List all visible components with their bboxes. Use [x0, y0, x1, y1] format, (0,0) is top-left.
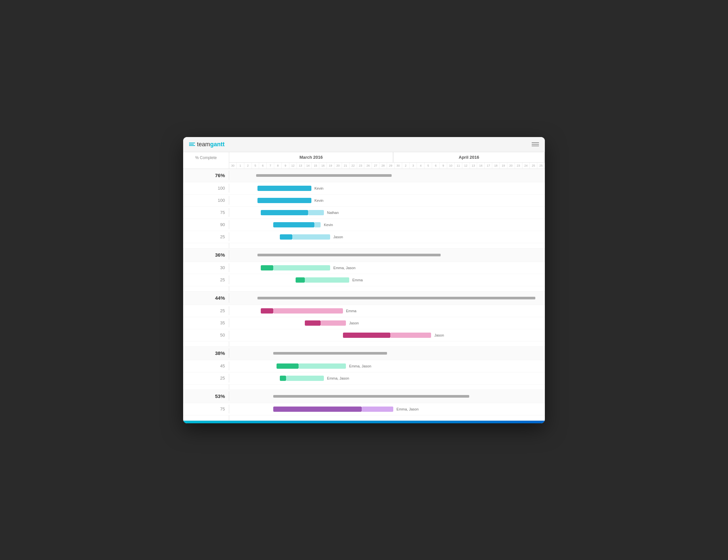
- task-pct: 25: [183, 374, 229, 382]
- month-row: March 2016 April 2016: [229, 152, 545, 163]
- day-cell: 13: [470, 163, 477, 169]
- summary-bar: [273, 352, 387, 354]
- menu-button[interactable]: [532, 142, 539, 146]
- task-row: 25Emma: [183, 274, 545, 286]
- spacer-row: [183, 243, 545, 249]
- bar-area: [229, 249, 545, 262]
- task-row: 100Kevin: [183, 183, 545, 195]
- bar-area: [229, 291, 545, 304]
- task-row: 75Emma, Jason: [183, 403, 545, 415]
- day-cell: 3: [410, 163, 417, 169]
- group-pct: 53%: [183, 391, 229, 401]
- day-cell: 8: [274, 163, 282, 169]
- summary-bar: [273, 395, 469, 398]
- bar-filled[interactable]: [273, 406, 362, 412]
- bar-area: Kevin: [229, 219, 545, 231]
- bar-filled[interactable]: [273, 222, 314, 228]
- day-cell: 25: [537, 163, 545, 169]
- day-cell: 13: [297, 163, 304, 169]
- bar-remaining: [273, 308, 343, 313]
- task-pct: 45: [183, 361, 229, 370]
- day-cell: 9: [440, 163, 447, 169]
- timeline-header: March 2016 April 2016 301256789121314151…: [229, 152, 545, 169]
- day-cell: 12: [462, 163, 470, 169]
- bar-filled[interactable]: [257, 198, 311, 203]
- day-cell: 18: [492, 163, 500, 169]
- task-pct: 90: [183, 220, 229, 229]
- day-cell: 1: [237, 163, 244, 169]
- day-cell: 7: [267, 163, 274, 169]
- bar-filled[interactable]: [296, 278, 305, 282]
- group-row: 38%: [183, 347, 545, 360]
- browser-header: teamgantt: [183, 137, 545, 152]
- task-row: 90Kevin: [183, 219, 545, 231]
- day-cell: 26: [364, 163, 372, 169]
- bar-area: Emma, Jason: [229, 360, 545, 372]
- day-cell: 14: [304, 163, 312, 169]
- task-pct: 100: [183, 196, 229, 205]
- task-row: 25Emma: [183, 305, 545, 317]
- logo-gantt: gantt: [210, 141, 225, 148]
- bar-label: Emma, Jason: [397, 407, 419, 411]
- summary-bar: [256, 174, 392, 177]
- bar-filled[interactable]: [280, 376, 286, 381]
- day-cell: 27: [372, 163, 379, 169]
- day-cell: 2: [244, 163, 252, 169]
- bar-filled[interactable]: [257, 186, 311, 191]
- bar-filled[interactable]: [343, 332, 390, 338]
- task-pct: 100: [183, 184, 229, 193]
- day-cell: 12: [289, 163, 297, 169]
- logo-icon: [189, 143, 195, 146]
- day-cell: 4: [417, 163, 425, 169]
- task-pct: 25: [183, 306, 229, 315]
- spacer-row: [183, 286, 545, 291]
- bar-filled[interactable]: [280, 234, 292, 240]
- day-cell: 25: [530, 163, 537, 169]
- task-pct: 75: [183, 208, 229, 217]
- bar-remaining: [305, 278, 349, 282]
- bar-filled[interactable]: [305, 320, 321, 326]
- bar-filled[interactable]: [261, 265, 273, 271]
- spacer-row: [183, 341, 545, 347]
- day-cell: 24: [522, 163, 530, 169]
- group-row: 36%: [183, 249, 545, 262]
- bar-filled[interactable]: [261, 210, 308, 215]
- bar-area: Kevin: [229, 195, 545, 207]
- bar-area: Emma, Jason: [229, 372, 545, 384]
- bar-label: Nathan: [327, 211, 339, 215]
- day-cell: 19: [327, 163, 334, 169]
- day-cell: 2: [402, 163, 410, 169]
- april-label: April 2016: [393, 152, 545, 162]
- day-cell: 16: [319, 163, 327, 169]
- day-row: 3012567891213141516192021222326272829302…: [229, 163, 545, 169]
- task-pct: 25: [183, 276, 229, 284]
- task-row: 25Jason: [183, 231, 545, 243]
- day-cell: 6: [259, 163, 267, 169]
- bar-remaining: [362, 406, 393, 412]
- group-row: 53%: [183, 390, 545, 403]
- day-cell: 21: [342, 163, 350, 169]
- day-cell: 23: [357, 163, 365, 169]
- bar-area: Jason: [229, 329, 545, 341]
- task-row: 45Emma, Jason: [183, 360, 545, 372]
- day-cell: 28: [379, 163, 387, 169]
- bar-area: [229, 390, 545, 403]
- group-pct: 44%: [183, 293, 229, 303]
- bar-area: Emma, Jason: [229, 403, 545, 415]
- task-row: 50Jason: [183, 329, 545, 341]
- bar-label: Emma: [352, 278, 363, 282]
- bar-filled[interactable]: [261, 308, 273, 313]
- spacer-row: [183, 415, 545, 421]
- day-cell: 23: [515, 163, 522, 169]
- task-pct: 50: [183, 330, 229, 339]
- day-cell: 22: [350, 163, 357, 169]
- group-row: 44%: [183, 291, 545, 305]
- bar-label: Emma, Jason: [333, 266, 355, 270]
- bar-filled[interactable]: [277, 363, 299, 369]
- bar-label: Jason: [434, 333, 444, 337]
- gantt-header: % Complete March 2016 April 2016 3012567…: [183, 152, 545, 169]
- day-cell: 30: [395, 163, 402, 169]
- task-row: 100Kevin: [183, 195, 545, 207]
- task-row: 30Emma, Jason: [183, 262, 545, 274]
- task-pct: 30: [183, 263, 229, 272]
